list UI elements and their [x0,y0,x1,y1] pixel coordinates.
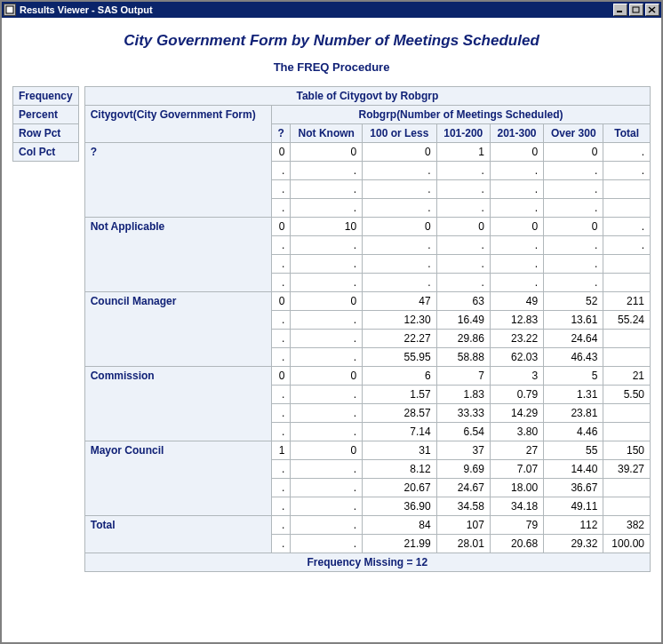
svg-rect-2 [633,7,639,12]
data-cell: . [291,479,363,497]
data-cell: 5 [544,367,603,386]
data-cell: . [271,236,290,255]
legend-rowpct: Row Pct [13,124,79,143]
data-cell: 0 [544,218,603,236]
data-cell: 47 [363,292,437,311]
data-cell: . [291,330,363,348]
app-icon [4,4,16,16]
data-cell: 0 [271,367,290,386]
data-cell: . [544,180,603,199]
row-label: Council Manager [84,292,271,367]
data-cell: 7 [436,367,490,386]
data-cell [603,404,651,423]
data-cell: . [271,255,290,274]
page-title: City Government Form by Number of Meetin… [12,32,651,50]
data-cell: . [291,274,363,292]
data-cell: 22.27 [363,330,437,348]
table-caption: Table of Citygovt by Robgrp [84,87,650,106]
row-label-total: Total [84,516,271,553]
data-cell: 3.80 [490,423,543,441]
svg-rect-0 [6,6,13,13]
data-cell: 24.67 [436,479,490,497]
data-cell: 150 [603,441,651,460]
data-cell: 39.27 [603,460,651,479]
data-cell: . [291,516,363,535]
data-cell: . [271,199,290,218]
data-cell: 34.18 [490,497,543,516]
data-cell [603,348,651,367]
data-cell: . [544,199,603,218]
data-cell [603,497,651,516]
titlebar: Results Viewer - SAS Output [2,2,661,18]
data-cell: 0.79 [490,386,543,404]
window-title: Results Viewer - SAS Output [20,4,153,15]
data-cell: . [291,404,363,423]
data-cell: . [603,236,651,255]
data-cell: 7.07 [490,460,543,479]
data-cell: . [544,162,603,180]
data-cell: . [271,497,290,516]
data-cell: 23.81 [544,404,603,423]
data-cell: . [603,143,651,162]
close-button[interactable] [645,4,659,16]
data-cell: . [291,348,363,367]
data-cell [603,199,651,218]
data-cell: . [363,199,437,218]
data-cell: . [291,497,363,516]
data-cell: 46.43 [544,348,603,367]
data-cell: 10 [291,218,363,236]
data-cell: . [436,199,490,218]
data-cell: 36.90 [363,497,437,516]
data-cell: . [271,348,290,367]
data-cell: . [291,535,363,553]
data-cell: 21.99 [363,535,437,553]
procedure-title: The FREQ Procedure [12,60,651,74]
data-cell: 24.64 [544,330,603,348]
data-cell: 3 [490,367,543,386]
data-cell: 34.58 [436,497,490,516]
minimize-button[interactable] [613,4,627,16]
data-cell: 12.30 [363,311,437,330]
data-cell: 0 [490,143,543,162]
data-cell: 1 [271,441,290,460]
crosstab-table: Table of Citygovt by RobgrpCitygovt(City… [84,86,651,572]
data-cell: . [490,274,543,292]
data-cell: 21 [603,367,651,386]
row-var-label: Citygovt(City Government Form) [84,106,271,143]
data-cell: 100.00 [603,535,651,553]
data-cell [603,423,651,441]
col-header: 100 or Less [363,124,437,143]
data-cell: . [436,162,490,180]
data-cell: 8.12 [363,460,437,479]
data-cell: . [291,460,363,479]
data-cell: 62.03 [490,348,543,367]
app-window: Results Viewer - SAS Output City Governm… [0,0,663,644]
data-cell: . [490,236,543,255]
data-cell: . [490,180,543,199]
maximize-icon [632,6,641,13]
data-cell: . [436,236,490,255]
maximize-button[interactable] [629,4,643,16]
data-cell [603,330,651,348]
data-cell: . [363,274,437,292]
data-cell: 31 [363,441,437,460]
data-cell: . [490,199,543,218]
data-cell: . [363,236,437,255]
data-cell: 382 [603,516,651,535]
data-cell: . [291,255,363,274]
data-cell: . [436,180,490,199]
col-header: 101-200 [436,124,490,143]
data-cell: . [363,180,437,199]
data-cell: . [363,255,437,274]
data-cell [603,255,651,274]
data-cell: . [271,479,290,497]
close-icon [648,6,657,13]
data-cell: 55.95 [363,348,437,367]
data-cell: 16.49 [436,311,490,330]
data-cell: 12.83 [490,311,543,330]
data-cell: . [271,162,290,180]
col-header: Over 300 [544,124,603,143]
data-cell: . [436,255,490,274]
data-cell: 5.50 [603,386,651,404]
data-cell: . [291,180,363,199]
